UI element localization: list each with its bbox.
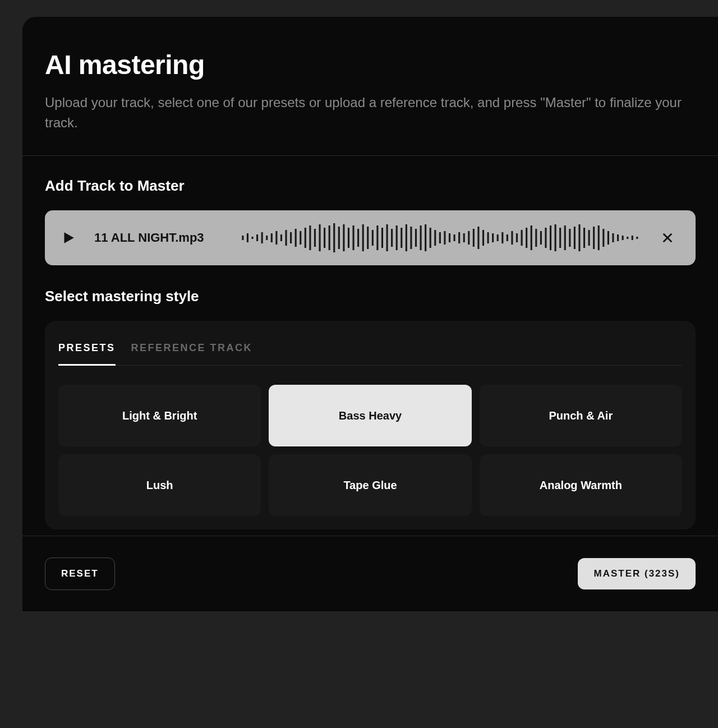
add-track-section: Add Track to Master 11 ALL NIGHT.mp3: [22, 156, 718, 282]
play-button[interactable]: [57, 227, 80, 249]
reset-button[interactable]: RESET: [45, 557, 115, 590]
page-subtitle: Upload your track, select one of our pre…: [45, 93, 696, 133]
add-track-title: Add Track to Master: [45, 177, 696, 195]
preset-grid: Light & Bright Bass Heavy Punch & Air Lu…: [58, 385, 682, 516]
track-filename: 11 ALL NIGHT.mp3: [94, 231, 204, 245]
preset-bass-heavy[interactable]: Bass Heavy: [269, 385, 471, 446]
track-item: 11 ALL NIGHT.mp3: [45, 210, 696, 265]
master-button[interactable]: MASTER (323S): [578, 558, 696, 589]
style-panel: PRESETS REFERENCE TRACK Light & Bright B…: [45, 321, 696, 529]
card-header: AI mastering Upload your track, select o…: [22, 17, 718, 156]
style-section: Select mastering style PRESETS REFERENCE…: [22, 282, 718, 546]
preset-punch-air[interactable]: Punch & Air: [480, 385, 682, 446]
page-title: AI mastering: [45, 49, 696, 80]
remove-track-button[interactable]: [656, 227, 679, 249]
preset-tape-glue[interactable]: Tape Glue: [269, 454, 471, 516]
tab-presets[interactable]: PRESETS: [58, 337, 116, 366]
tab-reference-track[interactable]: REFERENCE TRACK: [131, 337, 253, 366]
play-icon: [61, 231, 76, 245]
close-icon: [661, 232, 674, 244]
preset-lush[interactable]: Lush: [58, 454, 261, 516]
style-title: Select mastering style: [45, 288, 696, 305]
mastering-card: AI mastering Upload your track, select o…: [22, 17, 718, 611]
preset-light-bright[interactable]: Light & Bright: [58, 385, 261, 446]
footer-bar: RESET MASTER (323S): [22, 536, 718, 611]
track-waveform[interactable]: [241, 222, 642, 254]
preset-analog-warmth[interactable]: Analog Warmth: [480, 454, 682, 516]
waveform-icon: [241, 222, 642, 254]
style-tabs: PRESETS REFERENCE TRACK: [58, 337, 682, 366]
